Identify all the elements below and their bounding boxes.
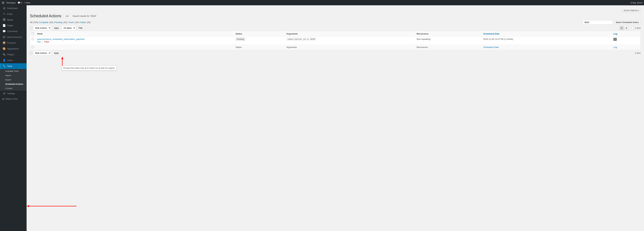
- row2-checkbox[interactable]: [32, 46, 34, 48]
- row2-arguments-cell: Arguments: [284, 45, 415, 50]
- submenu-export[interactable]: Export: [0, 78, 26, 82]
- filter-pending[interactable]: Pending: [54, 21, 62, 23]
- search-button[interactable]: Search Scheduled Actions: [614, 20, 641, 24]
- admin-bar: ⊞ Wootique 💬 0 + New G'day, Brent: [0, 0, 644, 5]
- bulk-actions-select[interactable]: Bulk Actions: [34, 26, 51, 30]
- top-toolbar: Bulk Actions Apply All dates Filter ☰ ⊞ …: [30, 26, 641, 30]
- sidebar-label-dashboard: Dashboard: [7, 7, 18, 9]
- table-row-2: Status Arguments Recurrence Scheduled Da…: [30, 45, 641, 50]
- sidebar-item-plugins[interactable]: 🔌 Plugins: [0, 52, 26, 57]
- row2-scheduled-date-link[interactable]: Scheduled Date: [483, 46, 499, 48]
- sidebar-item-posts[interactable]: ✎ Posts: [0, 11, 26, 17]
- row-checkbox[interactable]: [32, 38, 34, 40]
- dates-select[interactable]: All dates: [62, 26, 76, 30]
- bottom-select-all-checkbox[interactable]: [30, 52, 32, 54]
- filter-all[interactable]: All (176): [30, 21, 38, 23]
- row2-checkbox-cell: [30, 45, 36, 50]
- pages-icon: 📄: [2, 24, 6, 27]
- filter-button[interactable]: Filter: [76, 26, 85, 30]
- bottom-item-count: 1 item: [635, 52, 641, 54]
- search-results-text: Search results for "4918": [72, 15, 96, 17]
- screen-options-bar: Screen Options ▾: [30, 9, 641, 12]
- sidebar-item-users[interactable]: 👤 Users: [0, 57, 26, 63]
- run-tooltip: Process the action now as if it were run…: [62, 66, 116, 70]
- collapse-menu[interactable]: ◀ Collapse menu: [0, 96, 26, 101]
- filter-failed[interactable]: Failed: [80, 21, 86, 23]
- dashboard-icon: ⊞: [2, 7, 6, 10]
- apply-button-bottom[interactable]: Apply: [52, 51, 61, 55]
- scheduled-date-sort-link[interactable]: Scheduled Date: [483, 32, 500, 35]
- sidebar-label-posts: Posts: [7, 13, 13, 15]
- sidebar-item-comments[interactable]: 💬 Comments: [0, 28, 26, 34]
- trash-action-link[interactable]: Trash: [44, 41, 49, 43]
- sidebar-item-pages[interactable]: 📄 Pages: [0, 22, 26, 28]
- log-count-badge: 1: [614, 38, 617, 41]
- sidebar-item-media[interactable]: 🖼 Media: [0, 17, 26, 22]
- sidebar-label-pages: Pages: [7, 24, 13, 27]
- bottom-bulk-actions-select[interactable]: Bulk Actions: [34, 51, 51, 55]
- new-button[interactable]: + New: [24, 1, 30, 4]
- submenu-scheduled-actions[interactable]: Scheduled Actions: [0, 82, 26, 86]
- apply-button-top[interactable]: Apply: [52, 26, 61, 30]
- status-cell: Pending: [234, 36, 285, 45]
- wp-logo-icon: ⊞: [2, 1, 4, 5]
- hook-cell: woocommerce_scheduled_subscription_payme…: [36, 36, 234, 45]
- plugins-icon: 🔌: [2, 53, 6, 56]
- main-content: Screen Options ▾ Scheduled Actions Add S…: [26, 5, 644, 231]
- submenu-available-tools[interactable]: Available Tools: [0, 69, 26, 73]
- submenu-crontrol[interactable]: Crontrol: [0, 86, 26, 91]
- sidebar-label-media: Media: [7, 18, 13, 21]
- search-area: Search Scheduled Actions: [583, 20, 641, 24]
- row2-status-cell: Status: [234, 45, 285, 50]
- filter-trash[interactable]: Trash: [68, 21, 74, 23]
- sidebar-label-products: Products: [7, 42, 16, 44]
- run-action-link[interactable]: Run: [37, 41, 41, 43]
- actions-table: Hook Status Arguments Recurrence Schedul…: [30, 31, 641, 50]
- th-recurrence: Recurrence: [415, 31, 482, 36]
- sidebar-item-products[interactable]: 📦 Products: [0, 40, 26, 46]
- svg-marker-3: [26, 205, 29, 207]
- collapse-icon: ◀: [2, 98, 4, 100]
- sidebar-label-appearance: Appearance: [7, 47, 19, 50]
- add-button[interactable]: Add: [63, 14, 70, 18]
- row-checkbox-cell: [30, 36, 36, 45]
- media-icon: 🖼: [2, 18, 6, 21]
- th-checkbox: [30, 31, 36, 36]
- status-badge: Pending: [236, 37, 245, 41]
- submenu-import[interactable]: Import: [0, 73, 26, 78]
- sidebar-item-tools[interactable]: 🔧 Tools: [0, 63, 26, 69]
- log-sort-link[interactable]: Log: [614, 32, 618, 35]
- grid-view-button[interactable]: ⊞: [624, 26, 628, 30]
- sidebar-label-comments: Comments: [7, 30, 18, 32]
- arguments-cell: subscription_id => 4918: [284, 36, 415, 45]
- hook-name: woocommerce_scheduled_subscription_payme…: [37, 38, 84, 40]
- sidebar-item-dashboard[interactable]: ⊞ Dashboard: [0, 5, 26, 11]
- sidebar-item-settings[interactable]: ⚙ Settings: [0, 91, 26, 96]
- sidebar: ⊞ Dashboard ✎ Posts 🖼 Media 📄 Pages 💬 Co…: [0, 5, 26, 231]
- row-actions: Run | Trash: [37, 41, 232, 43]
- filter-complete[interactable]: Complete: [39, 21, 48, 23]
- screen-options-button[interactable]: Screen Options ▾: [622, 9, 641, 12]
- red-arrow-left: [26, 205, 80, 208]
- comments-icon[interactable]: 💬 0: [18, 1, 22, 4]
- select-all-checkbox[interactable]: [30, 27, 32, 29]
- header-checkbox[interactable]: [32, 32, 34, 34]
- sidebar-item-woocommerce[interactable]: 🛒 WooCommerce: [0, 34, 26, 40]
- page-title: Scheduled Actions: [30, 14, 61, 18]
- sidebar-item-appearance[interactable]: 🎨 Appearance: [0, 46, 26, 52]
- settings-icon: ⚙: [2, 92, 6, 95]
- view-icons: ☰ ⊞ ⋮: [620, 26, 634, 30]
- compact-view-button[interactable]: ⋮: [629, 26, 634, 30]
- arguments-badge: subscription_id => 4918: [286, 37, 316, 41]
- list-view-button[interactable]: ☰: [620, 26, 624, 30]
- toolbar-right: ☰ ⊞ ⋮ 1 item: [620, 26, 641, 30]
- row2-recurrence-cell: Recurrence: [415, 45, 482, 50]
- site-name[interactable]: Wootique: [6, 1, 16, 4]
- tools-icon: 🔧: [2, 64, 6, 68]
- search-input[interactable]: [583, 20, 613, 24]
- row2-log-link[interactable]: Log: [614, 46, 617, 48]
- th-log: Log: [612, 31, 641, 36]
- products-icon: 📦: [2, 41, 6, 44]
- th-scheduled-date: Scheduled Date: [482, 31, 612, 36]
- scheduled-date-cell: 2015-11-05 14:37:56 (1 month): [482, 36, 612, 45]
